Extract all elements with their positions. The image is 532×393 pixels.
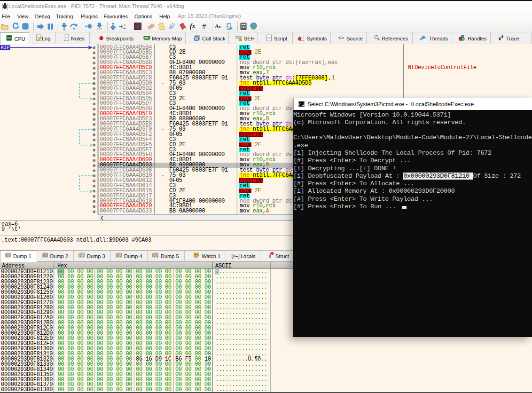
svg-text:RIP: RIP xyxy=(1,45,10,50)
svg-text:S: S xyxy=(136,24,139,29)
svg-text:<>: <> xyxy=(267,36,271,40)
svg-text:64: 64 xyxy=(7,36,11,39)
svg-text:<>: <> xyxy=(338,36,344,41)
